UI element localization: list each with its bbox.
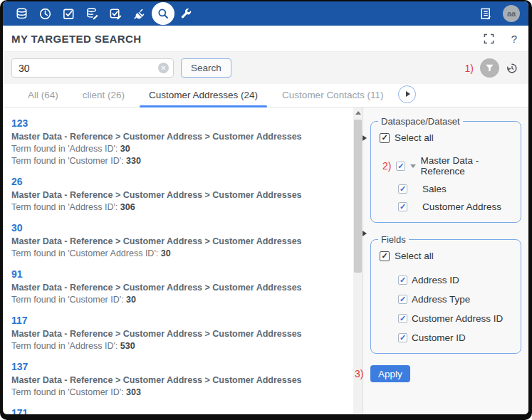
term-match: Term found in 'Customer Address ID': 30 (11, 248, 349, 260)
term-match: Term found in 'Address ID': 530 (11, 340, 349, 352)
annotation-1: 1) (465, 63, 474, 74)
field-checkbox[interactable] (398, 295, 407, 304)
fieldset-legend: Fields (378, 234, 409, 245)
apply-button[interactable]: Apply (370, 365, 410, 382)
result-link[interactable]: 123 (11, 117, 349, 129)
checkbox-label: Customer ID (412, 332, 466, 343)
term-match: Term found in 'Address ID': 306 (11, 201, 349, 214)
dataset-checkbox[interactable] (398, 184, 407, 194)
checkbox-label: Select all (395, 132, 434, 143)
reset-history-button[interactable] (506, 62, 518, 75)
breadcrumb: Master Data - Reference > Customer Addre… (11, 328, 349, 340)
screenshot-frame: aa MY TARGETED SEARCH ? ✕ Search 1) (0, 0, 532, 420)
panel-collapse-handle[interactable] (363, 135, 367, 141)
term-match: Term found in 'Customer ID': 30 (11, 294, 349, 306)
database-icon[interactable] (10, 1, 33, 26)
term-match: Term found in 'Customer ID': 330 (11, 155, 349, 167)
dataspace-dataset-fieldset: Dataspace/Dataset Select all 2) Master D… (370, 116, 521, 223)
validation-edit-icon[interactable] (104, 1, 127, 26)
clock-icon[interactable] (33, 1, 57, 26)
dataspace-root-row: 2) Master Data - Reference (382, 155, 513, 177)
tree-expand-caret-icon[interactable] (410, 164, 416, 168)
result-link[interactable]: 26 (11, 176, 349, 187)
field-row: Address Type (398, 294, 513, 305)
checkbox-label: Master Data - Reference (420, 155, 513, 177)
result-item: 91 Master Data - Reference > Customer Ad… (11, 268, 349, 306)
checkbox-label: Customer Address ID (412, 313, 503, 324)
admin-wrench-icon[interactable] (174, 1, 198, 26)
tab-customer-contacts[interactable]: Customer Contacts (11) (273, 90, 392, 107)
dataspace-root-checkbox[interactable] (396, 162, 405, 171)
filter-funnel-button[interactable] (480, 58, 499, 78)
help-icon[interactable]: ? (511, 33, 517, 45)
select-all-checkbox[interactable] (380, 133, 390, 143)
integration-plug-icon[interactable] (127, 1, 151, 26)
result-link[interactable]: 117 (11, 315, 349, 326)
filter-actions: 1) (465, 58, 520, 78)
data-model-edit-icon[interactable] (80, 1, 104, 26)
scrollbar-thumb[interactable] (354, 120, 362, 273)
annotation-2: 2) (382, 160, 391, 172)
toolbar-right-cluster: aa (479, 1, 520, 26)
tab-client[interactable]: client (26) (73, 90, 134, 107)
search-bar: ✕ Search 1) (3, 51, 528, 84)
field-checkbox[interactable] (398, 275, 407, 285)
search-nav-active[interactable] (151, 1, 174, 26)
user-avatar[interactable]: aa (503, 5, 520, 22)
field-row: Customer Address ID (398, 313, 513, 324)
filter-panel: Dataspace/Dataset Select all 2) Master D… (363, 107, 528, 414)
app-window: aa MY TARGETED SEARCH ? ✕ Search 1) (3, 1, 528, 414)
dataset-row: Sales (398, 184, 513, 194)
annotation-3: 3) (355, 368, 363, 379)
panel-collapse-handle[interactable] (363, 231, 367, 236)
field-row: Address ID (398, 275, 513, 285)
result-link[interactable]: 137 (11, 361, 349, 372)
clear-search-icon[interactable]: ✕ (158, 63, 169, 73)
field-checkbox[interactable] (398, 333, 407, 342)
page-title: MY TARGETED SEARCH (11, 33, 142, 45)
result-item: 117 Master Data - Reference > Customer A… (11, 315, 349, 352)
breadcrumb: Master Data - Reference > Customer Addre… (11, 374, 349, 387)
arrow-up-icon (355, 111, 361, 115)
search-results-list: 123 Master Data - Reference > Customer A… (3, 107, 353, 414)
result-link[interactable]: 171 (11, 407, 349, 414)
fields-select-all-row: Select all (380, 251, 513, 261)
title-bar-actions: ? (484, 33, 517, 45)
apply-row: 3) Apply (370, 365, 521, 382)
chevron-right-icon (406, 91, 410, 97)
search-input[interactable] (11, 58, 174, 78)
result-item: 26 Master Data - Reference > Customer Ad… (11, 176, 349, 214)
dataset-row: Customer Address (398, 201, 513, 212)
results-tabbar: All (64) client (26) Customer Addresses … (3, 84, 528, 107)
search-input-wrap: ✕ (11, 58, 174, 78)
search-button[interactable]: Search (181, 58, 231, 78)
field-checkbox[interactable] (398, 314, 407, 323)
dataset-checkbox[interactable] (398, 202, 407, 211)
content-area: 123 Master Data - Reference > Customer A… (3, 107, 528, 414)
scroll-up-button[interactable] (353, 107, 363, 117)
result-link[interactable]: 30 (11, 222, 349, 233)
breadcrumb: Master Data - Reference > Customer Addre… (11, 189, 349, 201)
checkbox-label: Sales (422, 184, 447, 194)
tabs-next-button[interactable] (398, 85, 416, 103)
tab-all[interactable]: All (64) (19, 90, 68, 107)
result-item: 30 Master Data - Reference > Customer Ad… (11, 222, 349, 260)
fieldset-legend: Dataspace/Dataset (378, 116, 463, 127)
tab-customer-addresses[interactable]: Customer Addresses (24) (140, 90, 267, 107)
fields-fieldset: Fields Select all Address ID Address Typ… (370, 234, 521, 354)
breadcrumb: Master Data - Reference > Customer Addre… (11, 282, 349, 294)
checkbox-label: Address Type (412, 294, 470, 305)
title-bar: MY TARGETED SEARCH ? (3, 26, 528, 51)
report-list-icon[interactable] (479, 1, 492, 26)
dataspace-select-all-row: Select all (380, 132, 513, 143)
breadcrumb: Master Data - Reference > Customer Addre… (11, 236, 349, 248)
top-toolbar: aa (3, 1, 528, 26)
checkbox-label: Customer Address (422, 201, 501, 212)
fullscreen-icon[interactable] (484, 33, 494, 44)
breadcrumb: Master Data - Reference > Customer Addre… (11, 131, 349, 143)
select-all-checkbox[interactable] (380, 251, 390, 261)
result-link[interactable]: 91 (11, 268, 349, 280)
term-match: Term found in 'Address ID': 30 (11, 143, 349, 155)
checkbox-label: Select all (395, 251, 434, 261)
tasks-checkbox-icon[interactable] (57, 1, 80, 26)
